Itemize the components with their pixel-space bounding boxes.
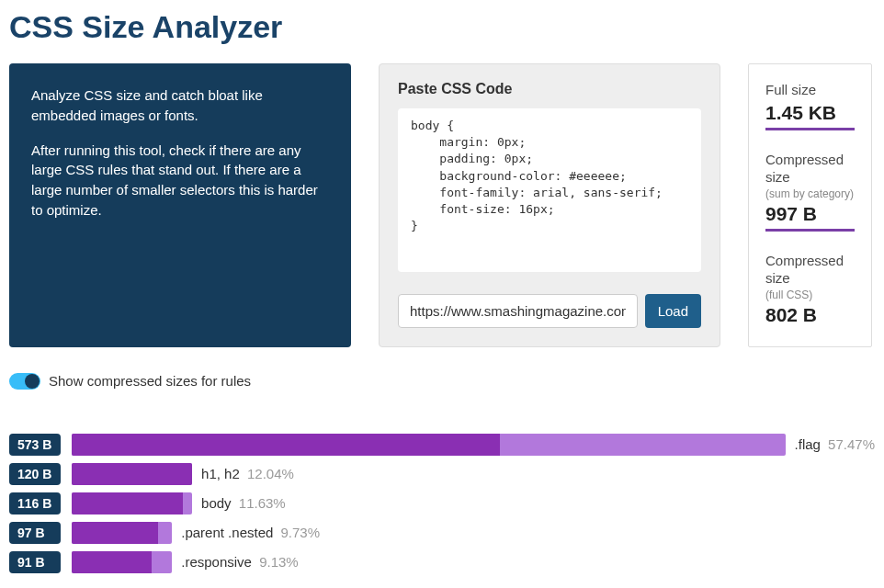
rule-size-badge: 573 B <box>9 434 61 456</box>
rule-size-badge: 120 B <box>9 463 61 485</box>
rule-bar <box>72 463 192 485</box>
rule-selector: .responsive 9.13% <box>181 554 298 570</box>
rule-bar-fill <box>72 551 152 573</box>
stat-label: Compressed size <box>765 151 855 187</box>
stat-sublabel: (sum by category) <box>765 187 855 200</box>
rule-percent: 9.13% <box>255 554 299 570</box>
paste-title: Paste CSS Code <box>398 81 701 97</box>
stat-value: 997 B <box>765 203 855 232</box>
stats-panel: Full size1.45 KBCompressed size(sum by c… <box>748 63 872 347</box>
rule-selector: h1, h2 12.04% <box>201 466 294 481</box>
stat-block: Compressed size(sum by category)997 B <box>765 151 855 232</box>
rule-row: 91 B.responsive 9.13% <box>9 551 875 573</box>
info-text-2: After running this tool, check if there … <box>31 141 329 220</box>
rule-selector: body 11.63% <box>201 495 286 511</box>
css-code-input[interactable]: body { margin: 0px; padding: 0px; backgr… <box>398 108 701 272</box>
rule-row: 97 B.parent .nested 9.73% <box>9 522 875 544</box>
rule-row: 573 B.flag 57.47% <box>9 434 875 456</box>
stat-value: 802 B <box>765 304 855 330</box>
page-title: CSS Size Analyzer <box>9 9 875 45</box>
rule-bar-fill <box>72 463 192 485</box>
rule-bar-area: .responsive 9.13% <box>72 551 875 573</box>
rule-bar-area: h1, h2 12.04% <box>72 463 875 485</box>
rule-selector: .parent .nested 9.73% <box>181 525 320 540</box>
load-button[interactable]: Load <box>645 294 701 328</box>
rule-bar <box>72 522 172 544</box>
url-row: Load <box>398 294 701 328</box>
rule-bar-fill <box>72 434 500 456</box>
rule-row: 120 Bh1, h2 12.04% <box>9 463 875 485</box>
rule-selector: .flag 57.47% <box>795 436 875 452</box>
toggle-label: Show compressed sizes for rules <box>49 373 251 389</box>
rule-percent: 12.04% <box>244 466 294 481</box>
info-panel: Analyze CSS size and catch bloat like em… <box>9 63 351 347</box>
rule-bar-area: .flag 57.47% <box>72 434 875 456</box>
rule-size-badge: 97 B <box>9 522 61 544</box>
toggle-row: Show compressed sizes for rules <box>9 373 875 390</box>
stat-label: Compressed size <box>765 252 855 288</box>
rule-bar <box>72 434 786 456</box>
rule-percent: 9.73% <box>277 525 320 540</box>
paste-panel: Paste CSS Code body { margin: 0px; paddi… <box>379 63 720 347</box>
top-row: Analyze CSS size and catch bloat like em… <box>9 63 875 347</box>
rule-bar-area: .parent .nested 9.73% <box>72 522 875 544</box>
rule-size-badge: 91 B <box>9 551 61 573</box>
stat-block: Compressed size(full CSS)802 B <box>765 252 855 330</box>
rule-bar <box>72 551 172 573</box>
rule-row: 116 Bbody 11.63% <box>9 492 875 514</box>
stat-label: Full size <box>765 81 855 99</box>
compressed-toggle[interactable] <box>9 373 40 390</box>
rule-bar <box>72 492 192 514</box>
rules-list: 573 B.flag 57.47%120 Bh1, h2 12.04%116 B… <box>9 434 875 573</box>
rule-bar-area: body 11.63% <box>72 492 875 514</box>
rule-bar-fill <box>72 522 158 544</box>
stat-block: Full size1.45 KB <box>765 81 855 130</box>
url-input[interactable] <box>398 294 638 328</box>
info-text-1: Analyze CSS size and catch bloat like em… <box>31 85 329 126</box>
rule-percent: 57.47% <box>824 436 875 452</box>
stat-sublabel: (full CSS) <box>765 288 855 301</box>
rule-bar-fill <box>72 492 183 514</box>
rule-percent: 11.63% <box>235 495 286 511</box>
rule-size-badge: 116 B <box>9 492 61 514</box>
stat-value: 1.45 KB <box>765 102 855 130</box>
